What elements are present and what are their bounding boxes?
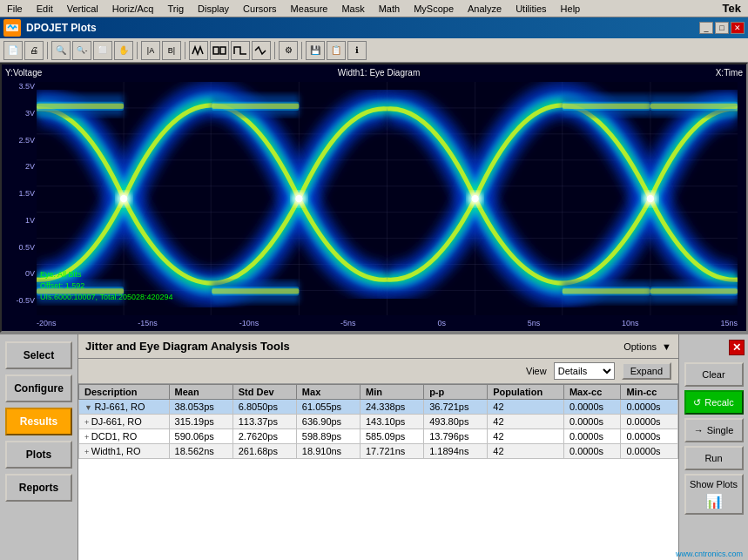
print-button[interactable]: 🖨 <box>24 41 44 60</box>
x-tick-neg20: -20ns <box>37 319 57 327</box>
svg-rect-44 <box>212 288 299 293</box>
configure-button[interactable]: Configure <box>5 374 72 402</box>
table-row[interactable]: + Width1, RO 18.562ns 261.68ps 18.910ns … <box>79 444 678 459</box>
cell-desc-width: + Width1, RO <box>79 444 170 459</box>
col-mincc: Min-cc <box>621 385 678 400</box>
single-button[interactable]: → Single <box>684 418 744 442</box>
cell-maxcc-rj: 0.0000s <box>563 400 620 415</box>
recalc-button[interactable]: ↺ Recalc <box>684 390 744 415</box>
single-icon: → <box>694 425 704 435</box>
zoom-in-button[interactable]: 🔍 <box>51 41 71 60</box>
copy-button[interactable]: 📋 <box>327 41 346 60</box>
cell-pp-dj: 493.80ps <box>424 415 488 429</box>
table-row[interactable]: + DCD1, RO 590.06ps 2.7620ps 598.89ps 58… <box>79 429 678 444</box>
cell-stddev-dj: 113.37ps <box>232 415 296 429</box>
svg-rect-32 <box>212 104 299 109</box>
waveform-btn-1[interactable] <box>189 41 208 60</box>
maximize-button[interactable]: □ <box>715 22 729 34</box>
zoom-select-button[interactable]: ⬜ <box>93 41 112 60</box>
scope-info-line3: UIs:6000:10007, Total:205028:420294 <box>40 292 172 303</box>
y-axis-label: Y:Voltage <box>5 68 42 78</box>
menu-item-mask[interactable]: Mask <box>334 2 371 16</box>
svg-rect-29 <box>37 104 124 109</box>
col-pp: p-p <box>424 385 488 400</box>
reports-button[interactable]: Reports <box>5 474 72 502</box>
panel-header: Jitter and Eye Diagram Analysis Tools Op… <box>78 334 678 359</box>
options-chevron-icon[interactable]: ▼ <box>662 341 671 352</box>
scope-display: Y:Voltage Width1: Eye Diagram X:Time 3.5… <box>0 63 748 333</box>
watermark: www.cntronics.com <box>676 550 743 558</box>
export-button[interactable]: 💾 <box>306 41 325 60</box>
menu-item-math[interactable]: Math <box>372 2 407 16</box>
cell-pop-rj: 42 <box>488 400 564 415</box>
menu-item-edit[interactable]: Edit <box>30 2 60 16</box>
pan-button[interactable]: ✋ <box>114 41 133 60</box>
cursor-a-button[interactable]: |A <box>141 41 160 60</box>
minimize-button[interactable]: _ <box>699 22 713 34</box>
plots-button[interactable]: Plots <box>5 441 72 469</box>
row-expand-dj[interactable]: + <box>84 418 91 427</box>
row-collapse-rj[interactable]: ▼ <box>84 403 94 412</box>
right-panel: ✕ Clear ↺ Recalc → Single Run Show Plots… <box>678 334 748 560</box>
close-panel-button[interactable]: ✕ <box>729 340 745 355</box>
table-row[interactable]: + DJ-661, RO 315.19ps 113.37ps 636.90ps … <box>79 415 678 429</box>
row-expand-dcd[interactable]: + <box>84 433 91 442</box>
cell-mincc-width: 0.0000s <box>621 444 678 459</box>
view-label: View <box>526 366 547 376</box>
clear-button[interactable]: Clear <box>684 362 744 387</box>
y-tick-3: 3V <box>3 109 35 118</box>
chart-icon: 📊 <box>705 493 723 509</box>
scope-labels: Y:Voltage Width1: Eye Diagram X:Time <box>5 68 743 78</box>
app-brand: Tek <box>723 2 748 15</box>
waveform-btn-3[interactable] <box>231 41 250 60</box>
select-button[interactable]: Select <box>5 341 72 369</box>
x-axis-label: X:Time <box>716 68 743 78</box>
y-tick-15: 1.5V <box>3 189 35 198</box>
menu-item-analyze[interactable]: Analyze <box>461 2 509 16</box>
y-tick-2: 2V <box>3 162 35 171</box>
menu-item-cursors[interactable]: Cursors <box>236 2 284 16</box>
menu-item-vertical[interactable]: Vertical <box>60 2 105 16</box>
scope-info-line2: Offset: 1.592 <box>40 280 172 292</box>
y-tick-0: 0V <box>3 269 35 278</box>
view-select[interactable]: Details Summary <box>554 362 615 380</box>
row-expand-width[interactable]: + <box>84 448 91 456</box>
cell-min-dcd: 585.09ps <box>361 429 424 444</box>
table-row[interactable]: ▼ RJ-661, RO 38.053ps 6.8050ps 61.055ps … <box>79 400 678 415</box>
menu-item-utilities[interactable]: Utilities <box>509 2 553 16</box>
menu-item-measure[interactable]: Measure <box>284 2 335 16</box>
new-button[interactable]: 📄 <box>3 41 23 60</box>
show-plots-button[interactable]: Show Plots 📊 <box>684 474 744 515</box>
run-button[interactable]: Run <box>684 446 744 470</box>
info-button[interactable]: ℹ <box>347 41 367 60</box>
cursor-b-button[interactable]: B| <box>162 41 181 60</box>
y-tick-25: 2.5V <box>3 136 35 145</box>
window-controls: _ □ ✕ <box>699 22 745 34</box>
col-min: Min <box>361 385 424 400</box>
app-icon <box>3 19 21 37</box>
menu-item-horizacq[interactable]: Horiz/Acq <box>105 2 161 16</box>
svg-point-20 <box>120 195 127 202</box>
menu-item-help[interactable]: Help <box>554 2 588 16</box>
close-button[interactable]: ✕ <box>731 22 745 34</box>
waveform-btn-4[interactable] <box>252 41 271 60</box>
waveform-btn-2[interactable] <box>210 41 229 60</box>
svg-point-24 <box>472 195 479 202</box>
menu-item-display[interactable]: Display <box>191 2 236 16</box>
menu-item-trig[interactable]: Trig <box>160 2 191 16</box>
menu-item-file[interactable]: File <box>0 2 30 16</box>
toolbar-sep-1 <box>47 42 48 59</box>
data-table: Description Mean Std Dev Max Min p-p Pop… <box>78 384 678 560</box>
x-tick-5: 5ns <box>528 319 541 327</box>
cell-mincc-dcd: 0.0000s <box>621 429 678 444</box>
expand-button[interactable]: Expand <box>622 362 671 380</box>
menu-item-myscope[interactable]: MyScope <box>407 2 461 16</box>
settings-button[interactable]: ⚙ <box>279 41 298 60</box>
results-button[interactable]: Results <box>5 408 72 435</box>
cell-stddev-rj: 6.8050ps <box>232 400 296 415</box>
col-mean: Mean <box>169 385 232 400</box>
zoom-out-button[interactable]: 🔍- <box>72 41 91 60</box>
cell-desc-rj: ▼ RJ-661, RO <box>79 400 170 415</box>
svg-point-26 <box>647 195 654 202</box>
title-bar: DPOJET Plots _ □ ✕ <box>0 17 748 38</box>
